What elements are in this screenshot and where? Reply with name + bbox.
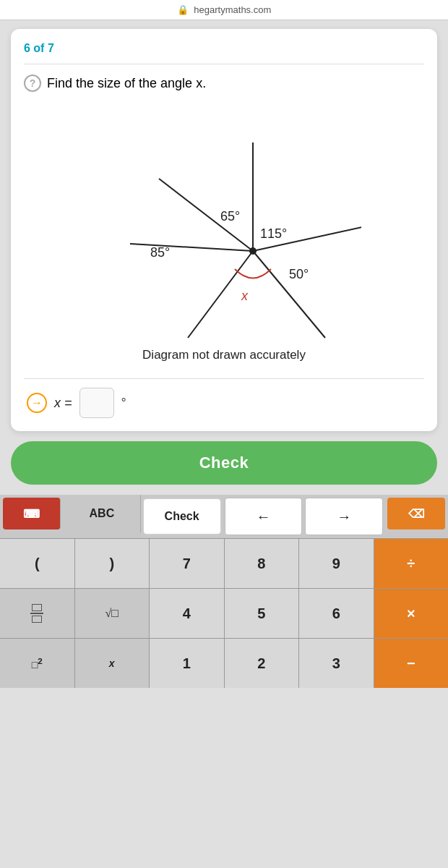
- num-6-button[interactable]: 6: [299, 589, 374, 638]
- num-1-button[interactable]: 1: [150, 639, 224, 688]
- fraction-button[interactable]: [0, 589, 74, 638]
- keyboard-top-row: ⌨ ABC Check ← → ⌫: [0, 495, 448, 539]
- keyboard-icon-button[interactable]: ⌨: [3, 498, 61, 529]
- degree-symbol: °: [121, 396, 126, 411]
- help-icon[interactable]: ?: [24, 75, 41, 92]
- paren-close-button[interactable]: ): [75, 539, 150, 588]
- answer-divider: [24, 378, 424, 379]
- minus-button[interactable]: −: [374, 639, 449, 688]
- power-button[interactable]: □2: [0, 639, 74, 688]
- question-text: Find the size of the angle x.: [47, 76, 206, 91]
- keyboard-check-label: Check: [165, 510, 199, 523]
- answer-row: → x = °: [24, 388, 424, 418]
- svg-text:x: x: [241, 289, 249, 303]
- svg-text:50°: 50°: [289, 267, 309, 281]
- backspace-button[interactable]: ⌫: [387, 498, 445, 529]
- svg-text:115°: 115°: [260, 226, 287, 241]
- variable-x-label: x: [109, 658, 115, 669]
- right-arrow-icon: →: [337, 509, 351, 525]
- num-3-button[interactable]: 3: [299, 639, 374, 688]
- right-arrow-button[interactable]: →: [305, 498, 383, 535]
- keyboard-check-button[interactable]: Check: [142, 498, 222, 535]
- sqrt-icon: √□: [105, 607, 119, 620]
- main-card: 6 of 7 ? Find the size of the angle x.: [11, 29, 437, 431]
- diagram-container: 65° 115° 85° 50° x Diagram not drawn acc…: [24, 99, 424, 373]
- num-8-button[interactable]: 8: [225, 539, 299, 588]
- answer-input[interactable]: [79, 388, 114, 418]
- left-arrow-icon: ←: [256, 509, 270, 525]
- progress-label: 6 of 7: [24, 42, 424, 55]
- backspace-icon: ⌫: [408, 507, 425, 521]
- diagram-note: Diagram not drawn accurately: [142, 348, 306, 362]
- num-7-button[interactable]: 7: [150, 539, 224, 588]
- paren-open-button[interactable]: (: [0, 539, 74, 588]
- lock-icon: 🔒: [177, 4, 189, 15]
- svg-text:85°: 85°: [150, 245, 170, 260]
- next-arrow-icon: →: [27, 393, 47, 413]
- keyboard-icon: ⌨: [23, 507, 40, 521]
- left-arrow-button[interactable]: ←: [225, 498, 303, 535]
- num-5-button[interactable]: 5: [225, 589, 299, 638]
- num-4-button[interactable]: 4: [150, 589, 224, 638]
- num-9-button[interactable]: 9: [299, 539, 374, 588]
- num-2-button[interactable]: 2: [225, 639, 299, 688]
- abc-label: ABC: [90, 507, 115, 520]
- keyboard-grid: ( ) 7 8 9 ÷ √□ 4 5 6 × □2 x 1 2 3 −: [0, 539, 448, 688]
- abc-button[interactable]: ABC: [64, 495, 141, 532]
- keyboard: ⌨ ABC Check ← → ⌫ ( ) 7 8 9 ÷: [0, 495, 448, 688]
- power-icon: □2: [32, 656, 43, 671]
- divider-top: [24, 64, 424, 64]
- question-row: ? Find the size of the angle x.: [24, 75, 424, 92]
- svg-line-5: [253, 251, 325, 338]
- check-button[interactable]: Check: [11, 441, 437, 485]
- fraction-icon: [30, 604, 43, 623]
- top-bar: 🔒 hegartymaths.com: [0, 0, 448, 20]
- svg-line-3: [130, 244, 253, 251]
- sqrt-button[interactable]: √□: [75, 589, 150, 638]
- svg-text:65°: 65°: [220, 209, 240, 224]
- equation-label: x =: [54, 396, 72, 411]
- site-label: hegartymaths.com: [194, 4, 271, 15]
- diagram-svg: 65° 115° 85° 50° x: [87, 99, 361, 345]
- divide-button[interactable]: ÷: [374, 539, 449, 588]
- variable-x-button[interactable]: x: [75, 639, 150, 688]
- multiply-button[interactable]: ×: [374, 589, 449, 638]
